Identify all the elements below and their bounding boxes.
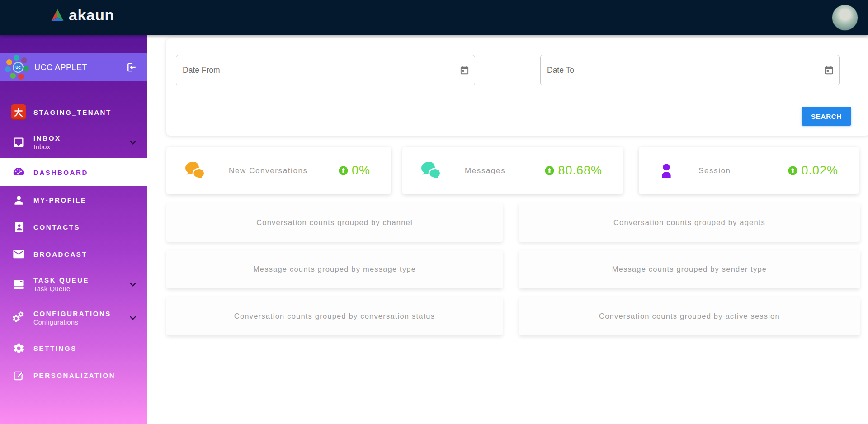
date-filter-card: SEARCH [166, 38, 868, 136]
menu-label: INBOX [33, 134, 61, 142]
stat-value: 0% [338, 164, 370, 178]
stat-label: Session [698, 166, 731, 175]
ucc-applet-icon: UC [6, 56, 30, 79]
panel-conversations-by-agents: Conversation counts grouped by agents [519, 203, 860, 242]
menu-label: DASHBOARD [33, 169, 88, 176]
calendar-icon [824, 65, 834, 75]
calendar-icon [459, 65, 470, 75]
menu-label: CONTACTS [33, 223, 80, 231]
sidebar-item-inbox[interactable]: INBOX Inbox [0, 127, 147, 158]
sidebar-item-dashboard[interactable]: DASHBOARD [0, 158, 147, 186]
panel-label: Conversation counts grouped by channel [256, 218, 413, 227]
menu-label: TASK QUEUE [33, 276, 89, 284]
tenant-icon [11, 104, 26, 120]
sidebar-item-configurations[interactable]: CONFIGURATIONS Configurations [0, 301, 147, 334]
panel-conversations-by-status: Conversation counts grouped by conversat… [166, 297, 503, 335]
date-to-input[interactable] [541, 55, 818, 85]
contacts-icon [11, 219, 26, 235]
panel-label: Conversation counts grouped by active se… [599, 312, 780, 320]
stat-card-new-conversations: New Conversations 0% [166, 147, 391, 194]
date-to-field-wrapper [540, 55, 840, 85]
personalization-icon [11, 367, 26, 383]
sidebar-item-staging-tenant[interactable]: STAGING_TENANT [0, 98, 147, 127]
person-icon [657, 161, 676, 181]
chevron-down-icon[interactable] [128, 279, 138, 289]
search-button[interactable]: SEARCH [802, 107, 851, 126]
sidebar-item-ucc-applet[interactable]: UC UCC APPLET [0, 53, 147, 81]
stat-card-session: Session 0.02% [639, 147, 859, 194]
user-avatar[interactable] [832, 5, 858, 31]
panel-label: Conversation counts grouped by agents [613, 218, 765, 227]
menu-sublabel: Inbox [33, 143, 61, 151]
date-from-field-wrapper [176, 55, 475, 85]
settings-icon [11, 340, 26, 356]
brand-name: akaun [69, 6, 114, 24]
date-from-calendar-button[interactable] [454, 55, 475, 85]
brand-logo: akaun [50, 6, 114, 24]
menu-label: MY-PROFILE [33, 196, 87, 204]
menu-sublabel: Task Queue [33, 285, 89, 292]
panel-conversations-by-active-session: Conversation counts grouped by active se… [519, 297, 860, 335]
main-content: SEARCH New Conversations 0% Messages [147, 35, 868, 424]
panel-label: Message counts grouped by message type [253, 265, 416, 273]
chat-bubbles-icon [420, 161, 442, 181]
top-navbar: akaun [0, 0, 868, 35]
panel-messages-by-message-type: Message counts grouped by message type [166, 250, 503, 288]
panel-label: Message counts grouped by sender type [612, 265, 767, 273]
arrow-up-circle-icon [544, 165, 555, 176]
panel-messages-by-sender-type: Message counts grouped by sender type [519, 250, 860, 288]
date-to-calendar-button[interactable] [818, 55, 839, 85]
exit-applet-icon[interactable] [125, 61, 137, 73]
sidebar-item-contacts[interactable]: CONTACTS [0, 213, 147, 240]
chevron-down-icon[interactable] [128, 137, 138, 147]
broadcast-icon [11, 246, 26, 262]
menu-label: SETTINGS [33, 344, 77, 352]
menu-sublabel: Configurations [33, 319, 111, 326]
dashboard-icon [11, 165, 26, 180]
sidebar-menu: STAGING_TENANT INBOX Inbox [0, 89, 147, 389]
inbox-icon [11, 135, 26, 150]
stat-value: 0.02% [788, 164, 838, 178]
sidebar-item-my-profile[interactable]: MY-PROFILE [0, 186, 147, 213]
task-queue-icon [11, 277, 26, 292]
stat-label: Messages [465, 166, 505, 175]
menu-label: STAGING_TENANT [33, 108, 112, 116]
menu-label: BROADCAST [33, 250, 87, 258]
panel-label: Conversation counts grouped by conversat… [234, 312, 435, 320]
profile-icon [11, 192, 26, 207]
chevron-down-icon[interactable] [128, 313, 138, 323]
sidebar-item-personalization[interactable]: PERSONALIZATION [0, 362, 147, 389]
menu-label: CONFIGURATIONS [33, 310, 111, 317]
chat-bubbles-icon [184, 161, 206, 181]
panel-conversations-by-channel: Conversation counts grouped by channel [166, 203, 503, 242]
sidebar-item-settings[interactable]: SETTINGS [0, 334, 147, 362]
menu-label: PERSONALIZATION [33, 372, 115, 379]
arrow-up-circle-icon [338, 165, 349, 176]
akaun-triangle-icon [50, 8, 65, 23]
stat-value: 80.68% [544, 164, 602, 178]
sidebar-item-broadcast[interactable]: BROADCAST [0, 240, 147, 268]
sidebar-item-task-queue[interactable]: TASK QUEUE Task Queue [0, 268, 147, 301]
stat-label: New Conversations [229, 166, 308, 175]
arrow-up-circle-icon [788, 165, 798, 176]
ucc-applet-label: UCC APPLET [34, 63, 125, 72]
stat-card-messages: Messages 80.68% [402, 147, 623, 194]
configurations-icon [11, 310, 26, 325]
date-from-input[interactable] [176, 55, 454, 85]
sidebar: UC UCC APPLET [0, 35, 147, 424]
